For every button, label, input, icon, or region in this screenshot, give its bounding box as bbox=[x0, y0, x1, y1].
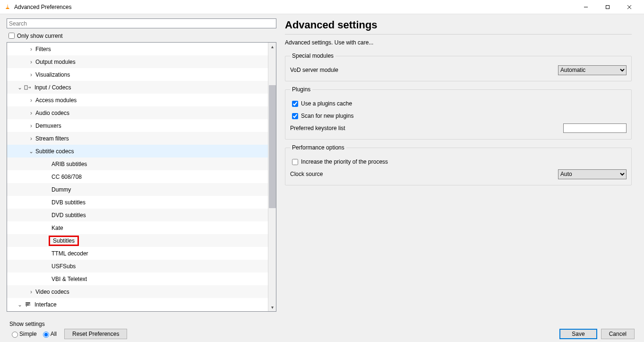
form-row: Clock sourceAuto bbox=[290, 168, 627, 180]
tree-item[interactable]: Access modules bbox=[7, 94, 268, 106]
panel-subtext: Advanced settings. Use with care... bbox=[285, 39, 632, 46]
bottom-bar: Show settings Simple All Reset Preferenc… bbox=[0, 317, 644, 342]
svg-rect-2 bbox=[7, 7, 9, 7]
tree-item[interactable]: DVB subtitles bbox=[7, 196, 268, 209]
tree-item[interactable]: Stream filters bbox=[7, 132, 268, 145]
simple-radio[interactable] bbox=[12, 332, 18, 338]
chevron-down-icon[interactable] bbox=[29, 148, 34, 155]
checkbox-label: Scan for new plugins bbox=[301, 113, 353, 119]
svg-point-11 bbox=[29, 304, 30, 305]
svg-rect-1 bbox=[7, 6, 9, 6]
title-bar: Advanced Preferences bbox=[0, 0, 644, 14]
checkbox-label: Use a plugins cache bbox=[301, 100, 352, 107]
svg-rect-4 bbox=[606, 5, 610, 9]
tree-item-label: Subtitles bbox=[49, 236, 79, 246]
window-title: Advanced Preferences bbox=[14, 4, 71, 10]
tree-item-label: Visualizations bbox=[35, 71, 70, 78]
settings-group: Special modulesVoD server moduleAutomati… bbox=[285, 53, 632, 81]
select-input[interactable]: Automatic bbox=[558, 65, 627, 75]
input-icon bbox=[24, 84, 32, 91]
tree-item[interactable]: Subtitle codecs bbox=[7, 145, 268, 158]
form-row: Scan for new plugins bbox=[290, 110, 627, 122]
tree-item[interactable]: VBI & Teletext bbox=[7, 272, 268, 285]
scroll-up-icon[interactable]: ▴ bbox=[268, 43, 276, 51]
chevron-down-icon[interactable] bbox=[17, 301, 22, 308]
checkbox-input[interactable] bbox=[292, 159, 298, 165]
close-button[interactable] bbox=[618, 0, 640, 14]
tree-item-label: CC 608/708 bbox=[52, 174, 82, 180]
checkbox-input[interactable] bbox=[292, 113, 298, 119]
only-show-current-checkbox[interactable] bbox=[9, 33, 15, 39]
chevron-right-icon[interactable] bbox=[29, 59, 34, 65]
tree-item[interactable]: Video codecs bbox=[7, 285, 268, 298]
maximize-button[interactable] bbox=[597, 0, 618, 14]
tree-scrollbar[interactable]: ▴ ▾ bbox=[268, 43, 276, 311]
tree-item-label: Interface bbox=[34, 301, 57, 308]
chevron-right-icon[interactable] bbox=[29, 110, 34, 116]
scroll-down-icon[interactable]: ▾ bbox=[268, 303, 276, 311]
svg-rect-0 bbox=[6, 8, 9, 9]
tree-item-label: Dummy bbox=[52, 186, 71, 193]
tree-item-label: TTML decoder bbox=[52, 250, 88, 257]
tree-item[interactable]: Interface bbox=[7, 298, 268, 311]
tree-item-label: DVD subtitles bbox=[52, 212, 86, 219]
chevron-down-icon[interactable] bbox=[17, 84, 22, 91]
tree-item[interactable]: Filters bbox=[7, 43, 268, 55]
cancel-button[interactable]: Cancel bbox=[601, 329, 635, 339]
text-input[interactable] bbox=[563, 123, 627, 133]
select-label: Clock source bbox=[290, 171, 558, 177]
select-input[interactable]: Auto bbox=[558, 169, 627, 179]
chevron-right-icon[interactable] bbox=[29, 289, 34, 295]
all-radio-label[interactable]: All bbox=[41, 330, 57, 338]
minimize-button[interactable] bbox=[575, 0, 597, 14]
tree-item-label: Filters bbox=[35, 46, 51, 53]
tree-item[interactable]: DVD subtitles bbox=[7, 209, 268, 221]
reset-preferences-button[interactable]: Reset Preferences bbox=[64, 329, 127, 339]
scroll-thumb[interactable] bbox=[269, 85, 276, 208]
svg-rect-7 bbox=[25, 86, 27, 89]
tree-item[interactable]: Visualizations bbox=[7, 68, 268, 81]
chevron-right-icon[interactable] bbox=[29, 71, 34, 78]
tree-item-label: ARIB subtitles bbox=[52, 161, 87, 167]
tree-item[interactable]: Kate bbox=[7, 221, 268, 234]
chevron-right-icon[interactable] bbox=[29, 135, 34, 142]
tree-item-label: Output modules bbox=[35, 59, 76, 65]
tree-item-label: Kate bbox=[52, 225, 63, 231]
form-row: VoD server moduleAutomatic bbox=[290, 64, 627, 76]
form-row: Use a plugins cache bbox=[290, 97, 627, 110]
checkbox-row[interactable]: Scan for new plugins bbox=[290, 112, 627, 121]
tree-item-label: VBI & Teletext bbox=[52, 276, 87, 282]
tree-item-label: Audio codecs bbox=[35, 110, 69, 116]
checkbox-row[interactable]: Increase the priority of the process bbox=[290, 158, 627, 167]
interface-icon bbox=[24, 301, 32, 308]
text-label: Preferred keystore list bbox=[290, 125, 563, 132]
tree-item[interactable]: TTML decoder bbox=[7, 247, 268, 260]
save-button[interactable]: Save bbox=[559, 329, 597, 339]
group-legend: Performance options bbox=[290, 144, 346, 151]
tree-item[interactable]: Subtitles bbox=[7, 234, 268, 247]
tree-item[interactable]: ARIB subtitles bbox=[7, 158, 268, 170]
tree-item[interactable]: USFSubs bbox=[7, 260, 268, 272]
group-legend: Special modules bbox=[290, 53, 335, 59]
checkbox-input[interactable] bbox=[292, 101, 298, 107]
checkbox-row[interactable]: Use a plugins cache bbox=[290, 99, 627, 108]
tree-item[interactable]: Audio codecs bbox=[7, 106, 268, 119]
chevron-right-icon[interactable] bbox=[29, 97, 34, 104]
preferences-tree: FiltersOutput modulesVisualizationsInput… bbox=[7, 42, 276, 312]
tree-item[interactable]: Demuxers bbox=[7, 119, 268, 132]
select-label: VoD server module bbox=[290, 67, 558, 73]
chevron-right-icon[interactable] bbox=[29, 46, 34, 53]
chevron-right-icon[interactable] bbox=[29, 123, 34, 129]
tree-item[interactable]: Input / Codecs bbox=[7, 81, 268, 94]
tree-item[interactable]: Output modules bbox=[7, 55, 268, 68]
all-radio[interactable] bbox=[43, 332, 49, 338]
tree-item[interactable]: Dummy bbox=[7, 183, 268, 196]
tree-item-label: Subtitle codecs bbox=[35, 148, 74, 155]
checkbox-label: Increase the priority of the process bbox=[301, 158, 388, 165]
only-show-current-label: Only show current bbox=[17, 33, 63, 39]
tree-item[interactable]: CC 608/708 bbox=[7, 170, 268, 183]
form-row: Increase the priority of the process bbox=[290, 156, 627, 168]
simple-radio-label[interactable]: Simple bbox=[9, 330, 37, 338]
search-input[interactable] bbox=[7, 18, 276, 28]
divider bbox=[285, 34, 632, 35]
